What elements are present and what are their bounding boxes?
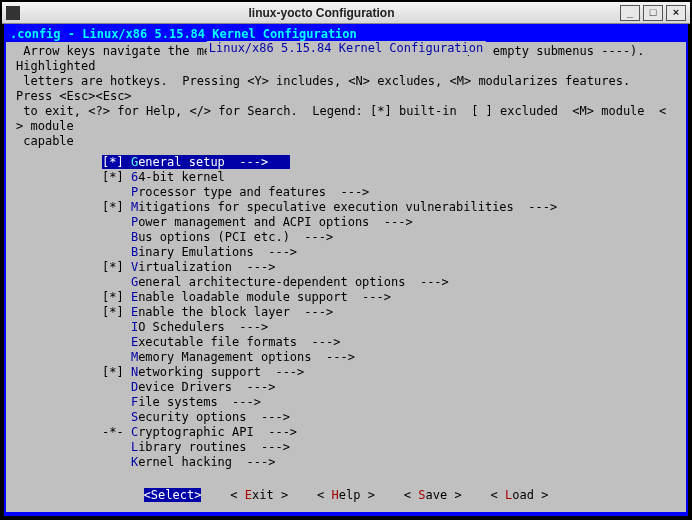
menu-item[interactable]: [*] Enable loadable module support ---> — [102, 290, 676, 305]
menu-item[interactable]: [*] Networking support ---> — [102, 365, 676, 380]
button-help[interactable]: < Help > — [317, 488, 375, 502]
button-exit[interactable]: < Exit > — [230, 488, 288, 502]
help-text: Arrow keys navigate the menu. <Enter> se… — [16, 44, 676, 149]
titlebar: linux-yocto Configuration _ □ × — [2, 2, 690, 24]
menu-item[interactable]: File systems ---> — [102, 395, 676, 410]
menu-item[interactable]: Security options ---> — [102, 410, 676, 425]
menu-item[interactable]: [*] Virtualization ---> — [102, 260, 676, 275]
button-load[interactable]: < Load > — [491, 488, 549, 502]
menu-item[interactable]: IO Schedulers ---> — [102, 320, 676, 335]
menu-item[interactable]: -*- Cryptographic API ---> — [102, 425, 676, 440]
menu-item[interactable]: Bus options (PCI etc.) ---> — [102, 230, 676, 245]
panel-title: Linux/x86 5.15.84 Kernel Configuration — [207, 41, 486, 55]
menu-item[interactable]: [*] Mitigations for speculative executio… — [102, 200, 676, 215]
menu-item[interactable]: Memory Management options ---> — [102, 350, 676, 365]
menu-item[interactable]: [*] Enable the block layer ---> — [102, 305, 676, 320]
panel-content: Arrow keys navigate the menu. <Enter> se… — [6, 42, 686, 470]
menu-item[interactable]: Library routines ---> — [102, 440, 676, 455]
button-save[interactable]: < Save > — [404, 488, 462, 502]
close-button[interactable]: × — [666, 5, 686, 21]
app-window: linux-yocto Configuration _ □ × .config … — [0, 0, 692, 520]
main-panel: Linux/x86 5.15.84 Kernel Configuration A… — [6, 42, 686, 512]
system-menu-icon[interactable] — [6, 6, 20, 20]
menu-item[interactable]: Processor type and features ---> — [102, 185, 676, 200]
button-select[interactable]: <Select> — [144, 488, 202, 502]
menu-list[interactable]: [*] General setup ---> [*] 64-bit kernel… — [102, 155, 676, 470]
terminal-area: .config - Linux/x86 5.15.84 Kernel Confi… — [2, 24, 690, 518]
menu-item[interactable]: Binary Emulations ---> — [102, 245, 676, 260]
menu-item[interactable]: [*] 64-bit kernel — [102, 170, 676, 185]
menu-item[interactable]: Power management and ACPI options ---> — [102, 215, 676, 230]
menu-item[interactable]: Kernel hacking ---> — [102, 455, 676, 470]
menu-item[interactable]: Executable file formats ---> — [102, 335, 676, 350]
maximize-button[interactable]: □ — [643, 5, 663, 21]
outer-frame: .config - Linux/x86 5.15.84 Kernel Confi… — [4, 24, 688, 516]
menu-item[interactable]: General architecture-dependent options -… — [102, 275, 676, 290]
window-title: linux-yocto Configuration — [26, 6, 617, 20]
minimize-button[interactable]: _ — [620, 5, 640, 21]
menu-item[interactable]: [*] General setup ---> — [102, 155, 290, 170]
menu-item[interactable]: Device Drivers ---> — [102, 380, 676, 395]
config-path-header: .config - Linux/x86 5.15.84 Kernel Confi… — [6, 26, 686, 42]
button-bar: <Select> < Exit > < Help > < Save > < Lo… — [6, 488, 686, 502]
